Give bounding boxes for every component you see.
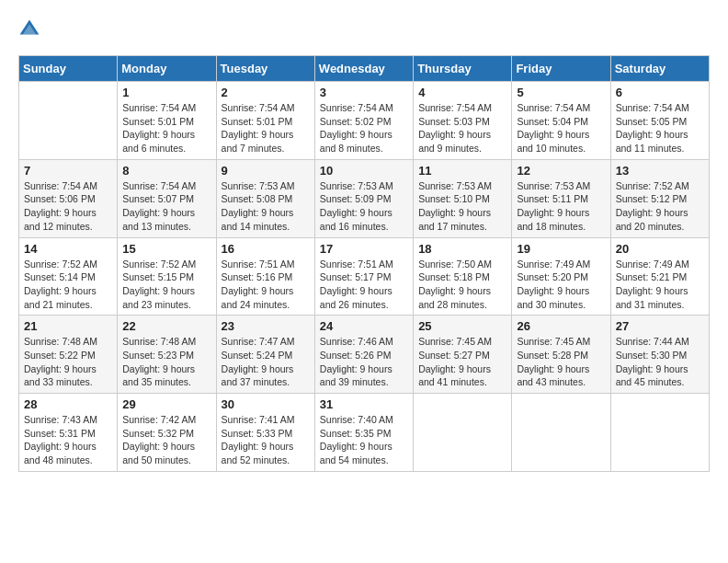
day-info: Sunrise: 7:49 AM Sunset: 5:21 PM Dayligh…: [616, 258, 704, 312]
calendar-table: SundayMondayTuesdayWednesdayThursdayFrid…: [18, 55, 710, 472]
calendar-cell: 7Sunrise: 7:54 AM Sunset: 5:06 PM Daylig…: [19, 159, 118, 237]
day-info: Sunrise: 7:51 AM Sunset: 5:16 PM Dayligh…: [222, 258, 310, 312]
calendar-cell: 24Sunrise: 7:46 AM Sunset: 5:26 PM Dayli…: [314, 316, 413, 394]
calendar-cell: 22Sunrise: 7:48 AM Sunset: 5:23 PM Dayli…: [118, 316, 216, 394]
day-info: Sunrise: 7:48 AM Sunset: 5:23 PM Dayligh…: [122, 335, 210, 389]
day-info: Sunrise: 7:53 AM Sunset: 5:11 PM Dayligh…: [517, 179, 605, 234]
calendar-cell: 17Sunrise: 7:51 AM Sunset: 5:17 PM Dayli…: [314, 237, 413, 316]
day-number: 31: [320, 397, 408, 411]
calendar-cell: 29Sunrise: 7:42 AM Sunset: 5:32 PM Dayli…: [118, 394, 216, 472]
day-info: Sunrise: 7:54 AM Sunset: 5:03 PM Dayligh…: [418, 101, 506, 155]
weekday-header-tuesday: Tuesday: [216, 56, 314, 82]
calendar-cell: 6Sunrise: 7:54 AM Sunset: 5:05 PM Daylig…: [610, 82, 709, 160]
calendar-cell: [19, 82, 118, 160]
weekday-header-wednesday: Wednesday: [314, 56, 413, 82]
day-number: 18: [418, 242, 506, 256]
day-number: 30: [222, 397, 310, 411]
calendar-cell: 8Sunrise: 7:54 AM Sunset: 5:07 PM Daylig…: [118, 159, 216, 237]
calendar-cell: 14Sunrise: 7:52 AM Sunset: 5:14 PM Dayli…: [19, 237, 118, 316]
day-info: Sunrise: 7:53 AM Sunset: 5:09 PM Dayligh…: [320, 179, 408, 234]
calendar-cell: 1Sunrise: 7:54 AM Sunset: 5:01 PM Daylig…: [118, 82, 216, 160]
weekday-header-row: SundayMondayTuesdayWednesdayThursdayFrid…: [19, 56, 710, 82]
day-info: Sunrise: 7:47 AM Sunset: 5:24 PM Dayligh…: [222, 335, 310, 389]
week-row-2: 14Sunrise: 7:52 AM Sunset: 5:14 PM Dayli…: [19, 237, 710, 316]
logo-icon: [18, 18, 40, 40]
calendar-cell: 15Sunrise: 7:52 AM Sunset: 5:15 PM Dayli…: [118, 237, 216, 316]
day-number: 26: [517, 319, 605, 333]
calendar-cell: [610, 394, 709, 472]
day-info: Sunrise: 7:44 AM Sunset: 5:30 PM Dayligh…: [616, 335, 704, 389]
day-info: Sunrise: 7:54 AM Sunset: 5:05 PM Dayligh…: [616, 101, 704, 155]
day-info: Sunrise: 7:54 AM Sunset: 5:06 PM Dayligh…: [24, 179, 112, 234]
week-row-0: 1Sunrise: 7:54 AM Sunset: 5:01 PM Daylig…: [19, 82, 710, 160]
day-info: Sunrise: 7:49 AM Sunset: 5:20 PM Dayligh…: [517, 258, 605, 312]
day-info: Sunrise: 7:52 AM Sunset: 5:15 PM Dayligh…: [122, 258, 210, 312]
day-number: 9: [222, 164, 310, 178]
calendar-cell: 2Sunrise: 7:54 AM Sunset: 5:01 PM Daylig…: [216, 82, 314, 160]
day-info: Sunrise: 7:40 AM Sunset: 5:35 PM Dayligh…: [320, 413, 408, 467]
calendar-cell: 18Sunrise: 7:50 AM Sunset: 5:18 PM Dayli…: [414, 237, 512, 316]
day-number: 17: [320, 242, 408, 256]
day-number: 4: [418, 86, 506, 99]
calendar-cell: 9Sunrise: 7:53 AM Sunset: 5:08 PM Daylig…: [216, 159, 314, 237]
calendar-cell: 13Sunrise: 7:52 AM Sunset: 5:12 PM Dayli…: [610, 159, 709, 237]
day-number: 22: [122, 319, 210, 333]
day-info: Sunrise: 7:45 AM Sunset: 5:28 PM Dayligh…: [517, 335, 605, 389]
day-number: 6: [616, 86, 704, 99]
day-number: 7: [24, 164, 112, 178]
calendar-cell: 21Sunrise: 7:48 AM Sunset: 5:22 PM Dayli…: [19, 316, 118, 394]
week-row-1: 7Sunrise: 7:54 AM Sunset: 5:06 PM Daylig…: [19, 159, 710, 237]
calendar-cell: [414, 394, 512, 472]
day-number: 10: [320, 164, 408, 178]
day-info: Sunrise: 7:54 AM Sunset: 5:04 PM Dayligh…: [517, 101, 605, 155]
day-info: Sunrise: 7:50 AM Sunset: 5:18 PM Dayligh…: [418, 258, 506, 312]
day-number: 28: [24, 397, 112, 411]
day-number: 19: [517, 242, 605, 256]
day-info: Sunrise: 7:51 AM Sunset: 5:17 PM Dayligh…: [320, 258, 408, 312]
calendar-cell: 26Sunrise: 7:45 AM Sunset: 5:28 PM Dayli…: [512, 316, 610, 394]
day-number: 3: [320, 86, 408, 99]
day-info: Sunrise: 7:54 AM Sunset: 5:07 PM Dayligh…: [122, 179, 210, 234]
calendar-cell: 30Sunrise: 7:41 AM Sunset: 5:33 PM Dayli…: [216, 394, 314, 472]
weekday-header-saturday: Saturday: [610, 56, 709, 82]
calendar-cell: 31Sunrise: 7:40 AM Sunset: 5:35 PM Dayli…: [314, 394, 413, 472]
day-number: 14: [24, 242, 112, 256]
day-number: 13: [616, 164, 704, 178]
calendar-cell: 25Sunrise: 7:45 AM Sunset: 5:27 PM Dayli…: [414, 316, 512, 394]
page-header: [18, 18, 710, 40]
day-info: Sunrise: 7:42 AM Sunset: 5:32 PM Dayligh…: [122, 413, 210, 467]
calendar-cell: 19Sunrise: 7:49 AM Sunset: 5:20 PM Dayli…: [512, 237, 610, 316]
calendar-cell: 3Sunrise: 7:54 AM Sunset: 5:02 PM Daylig…: [314, 82, 413, 160]
day-number: 29: [122, 397, 210, 411]
day-info: Sunrise: 7:54 AM Sunset: 5:02 PM Dayligh…: [320, 101, 408, 155]
day-info: Sunrise: 7:43 AM Sunset: 5:31 PM Dayligh…: [24, 413, 112, 467]
day-info: Sunrise: 7:54 AM Sunset: 5:01 PM Dayligh…: [122, 101, 210, 155]
weekday-header-thursday: Thursday: [414, 56, 512, 82]
calendar-cell: 16Sunrise: 7:51 AM Sunset: 5:16 PM Dayli…: [216, 237, 314, 316]
day-info: Sunrise: 7:52 AM Sunset: 5:12 PM Dayligh…: [616, 179, 704, 234]
day-info: Sunrise: 7:52 AM Sunset: 5:14 PM Dayligh…: [24, 258, 112, 312]
calendar-cell: 23Sunrise: 7:47 AM Sunset: 5:24 PM Dayli…: [216, 316, 314, 394]
day-number: 1: [122, 86, 210, 99]
day-number: 27: [616, 319, 704, 333]
week-row-4: 28Sunrise: 7:43 AM Sunset: 5:31 PM Dayli…: [19, 394, 710, 472]
weekday-header-sunday: Sunday: [19, 56, 118, 82]
day-number: 11: [418, 164, 506, 178]
week-row-3: 21Sunrise: 7:48 AM Sunset: 5:22 PM Dayli…: [19, 316, 710, 394]
day-number: 5: [517, 86, 605, 99]
day-number: 23: [222, 319, 310, 333]
day-number: 21: [24, 319, 112, 333]
calendar-cell: [512, 394, 610, 472]
calendar-cell: 12Sunrise: 7:53 AM Sunset: 5:11 PM Dayli…: [512, 159, 610, 237]
day-info: Sunrise: 7:54 AM Sunset: 5:01 PM Dayligh…: [222, 101, 310, 155]
day-number: 25: [418, 319, 506, 333]
day-info: Sunrise: 7:53 AM Sunset: 5:10 PM Dayligh…: [418, 179, 506, 234]
day-info: Sunrise: 7:46 AM Sunset: 5:26 PM Dayligh…: [320, 335, 408, 389]
day-number: 12: [517, 164, 605, 178]
day-info: Sunrise: 7:48 AM Sunset: 5:22 PM Dayligh…: [24, 335, 112, 389]
day-number: 20: [616, 242, 704, 256]
weekday-header-monday: Monday: [118, 56, 216, 82]
calendar-cell: 20Sunrise: 7:49 AM Sunset: 5:21 PM Dayli…: [610, 237, 709, 316]
calendar-cell: 11Sunrise: 7:53 AM Sunset: 5:10 PM Dayli…: [414, 159, 512, 237]
day-number: 24: [320, 319, 408, 333]
